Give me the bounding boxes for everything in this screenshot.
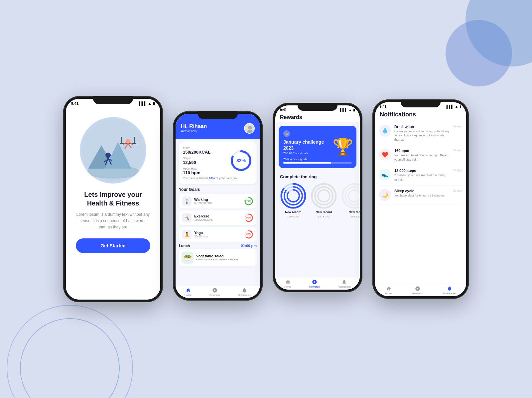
yoga-name: Yoga — [194, 231, 208, 235]
phone-notifications: 9:41 ▌▌▌▲▮ Notifications 💧 Drink water — [372, 99, 469, 299]
onboarding-content: Lets Improve your Health & Fitness Lorem… — [66, 107, 160, 300]
nav-notification-4[interactable]: Notification — [443, 286, 456, 295]
svg-point-12 — [126, 139, 130, 144]
ring-item-2: New record 120 KCAL — [311, 183, 337, 218]
ring-3-sub: 120 KCA — [349, 215, 360, 218]
walking-icon: 🚶 — [182, 197, 192, 206]
move-value: 150/200KCAL — [183, 150, 210, 155]
notif-desc-heart: Your resting heart rate is too high. Rel… — [394, 153, 450, 162]
notch-3 — [298, 103, 337, 111]
home-header-top: Hi, Rihaan Active now — [181, 123, 255, 134]
status-icons-1: ▌▌▌ ▲ ▮ — [139, 101, 155, 106]
walking-name: Walking — [194, 198, 212, 201]
walking-pct: 79% — [244, 197, 253, 206]
nav-rewards-4[interactable]: Rewards — [412, 286, 423, 295]
goals-section: Your Goals 🚶 Walking 8,578/10,000 — [176, 187, 260, 244]
ring-text: 82% — [236, 158, 246, 163]
notification-nav-icon — [242, 288, 247, 293]
rewards-content: 9:41 ▌▌▌▲▮ Rewards 🏆 🏅 January challenge… — [275, 105, 360, 290]
nav-notification[interactable]: Notification — [238, 288, 251, 297]
svg-point-39 — [348, 190, 360, 202]
yoga-sub: 30/45mins — [194, 235, 208, 238]
exercise-pct: 60% — [244, 213, 253, 222]
notif-icon-sleep: 🌙 — [379, 189, 391, 201]
exercise-info: Exercise 180/200KCAL — [194, 214, 213, 221]
progress-bar-fill — [283, 162, 331, 164]
steps-stat: Steps 12,560 — [183, 157, 210, 165]
steps-value: 12,560 — [183, 160, 210, 165]
notif-steps: 👟 12,000 steps Excellent, you have reach… — [379, 165, 462, 185]
notif-desc-water: Lorem ipsum is a dummy text without any … — [394, 129, 450, 142]
notif-title-steps: 12,000 steps — [394, 169, 450, 173]
phone-home: Hi, Rihaan Active now — [173, 111, 263, 301]
ring-section-title: Complete the ring — [275, 172, 360, 181]
notifications-header: Notifications — [375, 108, 466, 121]
ring-2-label: New record — [316, 210, 332, 214]
yoga-icon: 🧘 — [182, 230, 192, 239]
notch-2 — [198, 111, 238, 119]
status-icons-3: ▌▌▌▲▮ — [340, 108, 355, 112]
ring-sub-text: You have achieved 82% of your daily goal — [183, 177, 253, 180]
notif-heart-rate: ❤️ 160 bpm Your resting heart rate is to… — [379, 145, 462, 165]
exercise-sub: 180/200KCAL — [194, 218, 213, 221]
svg-point-18 — [248, 126, 252, 130]
nav-home-4[interactable]: Home — [385, 286, 392, 295]
ring-1-sub: 120 KCAL — [287, 215, 299, 218]
nav-rewards[interactable]: Rewards — [209, 288, 220, 297]
walking-info: Walking 8,578/10,000 — [194, 198, 212, 205]
notifications-bottom-nav: Home Rewards Notification — [375, 284, 466, 296]
nav-home-3[interactable]: Home — [284, 279, 291, 288]
exercise-icon: 🤸 — [182, 213, 192, 222]
notif-time-steps: 2s ago — [453, 169, 462, 172]
notifications-title: Notifications — [380, 111, 462, 118]
user-avatar — [244, 123, 255, 134]
notch-1 — [93, 96, 133, 104]
exercise-name: Exercise — [194, 214, 213, 218]
notif-time-heart: 2s ago — [453, 149, 462, 152]
notch-4 — [401, 99, 441, 107]
heart-stat: Heart Rate 110 bpm — [183, 167, 210, 175]
ring-3-container — [341, 183, 360, 209]
ring-percent: 82% — [236, 158, 246, 163]
steps-label: Steps — [183, 157, 210, 160]
nav-rewards-3[interactable]: Rewards — [309, 279, 320, 288]
stats-left: Move 150/200KCAL Steps 12,560 Heart Rate… — [183, 146, 210, 175]
phone-rewards: 9:41 ▌▌▌▲▮ Rewards 🏆 🏅 January challenge… — [273, 103, 362, 292]
signal-icon: ▌▌▌ — [139, 101, 147, 105]
rewards-bottom-nav: Home Rewards Notification — [275, 277, 360, 290]
home-status: Active now — [181, 129, 207, 133]
ring-1-container — [280, 183, 307, 209]
notif-content-sleep: Sleep cycle You have slept for 6 hours 3… — [394, 189, 450, 198]
heart-value: 110 bpm — [183, 170, 210, 175]
status-icons-4: ▌▌▌▲▮ — [447, 105, 462, 108]
svg-point-36 — [318, 190, 330, 202]
ring-3-label: New rec — [349, 210, 360, 214]
onboarding-text: Lets Improve your Health & Fitness Lorem… — [66, 190, 160, 239]
svg-point-4 — [105, 153, 111, 158]
greeting-block: Hi, Rihaan Active now — [181, 123, 207, 133]
notif-time-sleep: 2s ago — [453, 189, 462, 192]
food-image: 🥗 — [182, 252, 194, 264]
lunch-label: Lunch — [179, 244, 190, 248]
ring-item-1: New record 120 KCAL — [280, 183, 307, 218]
nav-notification-3[interactable]: Notification — [337, 279, 351, 288]
notif-content-steps: 12,000 steps Excellent, you have reached… — [394, 169, 450, 182]
progress-label: 70% of your goals — [283, 158, 352, 161]
onboarding-illustration — [80, 117, 146, 184]
rings-row: New record 120 KCAL New record — [275, 181, 360, 220]
lunch-section: Lunch 01:00 pm 🥗 Vegetable salad • 10% c… — [176, 244, 260, 268]
illustration-svg — [81, 119, 145, 182]
home-nav-icon — [186, 288, 191, 293]
food-details: Vegetable salad • 10% carbs • 13% protei… — [196, 254, 238, 261]
notif-title-water: Drink water — [394, 125, 450, 129]
get-started-button[interactable]: Get Started — [76, 238, 150, 253]
notif-sleep: 🌙 Sleep cycle You have slept for 6 hours… — [379, 186, 462, 204]
notif-title-sleep: Sleep cycle — [394, 189, 450, 193]
time-1: 9:41 — [71, 101, 78, 105]
home-greeting: Hi, Rihaan — [181, 123, 207, 129]
phone-onboarding: 9:41 ▌▌▌ ▲ ▮ — [63, 96, 163, 302]
notif-icon-heart: ❤️ — [379, 149, 391, 161]
onboarding-title: Lets Improve your Health & Fitness — [76, 190, 150, 207]
nav-home[interactable]: Home — [185, 288, 192, 297]
food-item: 🥗 Vegetable salad • 10% carbs • 13% prot… — [179, 249, 257, 266]
